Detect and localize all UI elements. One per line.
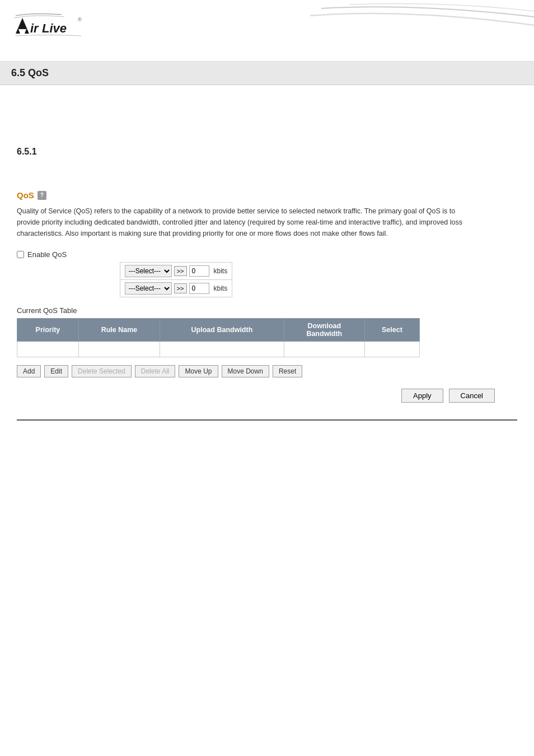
col-download-bandwidth: DownloadBandwidth bbox=[284, 319, 364, 342]
col-select: Select bbox=[364, 319, 419, 342]
bandwidth-table: Total Download Bandwidth: ---Select--- 6… bbox=[17, 262, 232, 297]
enable-qos-checkbox[interactable] bbox=[17, 251, 24, 258]
empty-upload-bw bbox=[160, 342, 284, 357]
delete-all-button[interactable]: Delete All bbox=[135, 365, 176, 377]
svg-text:Live: Live bbox=[42, 21, 67, 35]
empty-select bbox=[364, 342, 419, 357]
download-arrow-btn[interactable]: >> bbox=[174, 266, 187, 276]
qos-description: Quality of Service (QoS) refers to the c… bbox=[17, 206, 476, 239]
empty-rule-name bbox=[78, 342, 160, 357]
enable-qos-label: Enable QoS bbox=[27, 250, 67, 259]
upload-value-input[interactable] bbox=[189, 283, 209, 294]
qos-heading-text: QoS bbox=[17, 190, 34, 200]
help-icon[interactable]: ? bbox=[38, 191, 46, 200]
upload-unit: kbits bbox=[214, 284, 228, 292]
apply-cancel-row: Apply Cancel bbox=[17, 389, 517, 414]
edit-button[interactable]: Edit bbox=[44, 365, 68, 377]
delete-selected-button[interactable]: Delete Selected bbox=[72, 365, 132, 377]
empty-priority bbox=[17, 342, 79, 357]
upload-bandwidth-row: Total Upload Bandwidth: ---Select--- 64 … bbox=[17, 280, 232, 297]
col-rule-name: Rule Name bbox=[78, 319, 160, 342]
download-value-input[interactable] bbox=[189, 265, 209, 277]
upload-arrow-btn[interactable]: >> bbox=[174, 283, 187, 293]
current-qos-table-label: Current QoS Table bbox=[17, 306, 517, 315]
subsection-title: 6.5.1 bbox=[17, 147, 517, 157]
action-buttons-row: Add Edit Delete Selected Delete All Move… bbox=[17, 365, 517, 377]
enable-qos-row: Enable QoS bbox=[17, 250, 517, 259]
add-button[interactable]: Add bbox=[17, 365, 41, 377]
download-bandwidth-label: Total Download Bandwidth: bbox=[17, 263, 120, 280]
upload-select[interactable]: ---Select--- 64 128 256 512 1024 2048 bbox=[125, 282, 172, 295]
logo-area: ir Live ® bbox=[11, 10, 84, 41]
main-content: 6.5.1 QoS ? Quality of Service (QoS) ref… bbox=[0, 85, 534, 432]
upload-bandwidth-label: Total Upload Bandwidth: bbox=[17, 280, 120, 297]
download-bandwidth-inputs: ---Select--- 64 128 256 512 1024 2048 >>… bbox=[120, 263, 232, 280]
airlive-logo: ir Live ® bbox=[11, 10, 84, 41]
qos-table: Priority Rule Name Upload Bandwidth Down… bbox=[17, 318, 420, 357]
reset-button[interactable]: Reset bbox=[273, 365, 302, 377]
download-unit: kbits bbox=[214, 267, 228, 275]
upload-bandwidth-inputs: ---Select--- 64 128 256 512 1024 2048 >>… bbox=[120, 280, 232, 297]
col-upload-bandwidth: Upload Bandwidth bbox=[160, 319, 284, 342]
col-priority: Priority bbox=[17, 319, 79, 342]
bottom-divider bbox=[17, 419, 517, 421]
qos-table-header-row: Priority Rule Name Upload Bandwidth Down… bbox=[17, 319, 420, 342]
table-empty-row bbox=[17, 342, 420, 357]
move-up-button[interactable]: Move Up bbox=[179, 365, 218, 377]
header-decoration bbox=[265, 0, 534, 62]
page-header: ir Live ® bbox=[0, 0, 534, 62]
empty-download-bw bbox=[284, 342, 364, 357]
section-title-bar: 6.5 QoS bbox=[0, 62, 534, 85]
apply-button[interactable]: Apply bbox=[401, 389, 443, 403]
section-title: 6.5 QoS bbox=[11, 67, 523, 79]
qos-heading: QoS ? bbox=[17, 190, 517, 200]
cancel-button[interactable]: Cancel bbox=[449, 389, 495, 403]
svg-text:ir: ir bbox=[30, 21, 39, 35]
svg-text:®: ® bbox=[78, 17, 82, 22]
move-down-button[interactable]: Move Down bbox=[222, 365, 269, 377]
download-select[interactable]: ---Select--- 64 128 256 512 1024 2048 bbox=[125, 265, 172, 277]
download-bandwidth-row: Total Download Bandwidth: ---Select--- 6… bbox=[17, 263, 232, 280]
